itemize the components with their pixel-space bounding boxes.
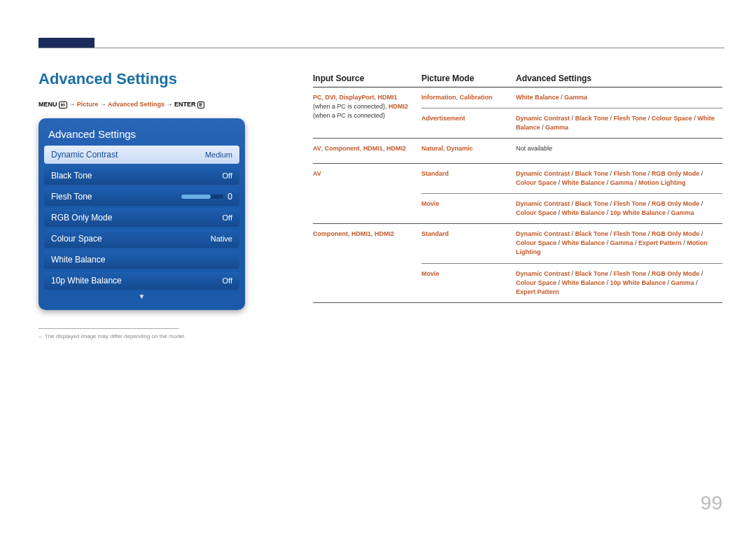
table-row: AVStandardDynamic Contrast / Black Tone … (313, 164, 722, 224)
osd-panel: Advanced Settings Dynamic ContrastMedium… (38, 118, 245, 310)
breadcrumb-menu: MENU (38, 101, 57, 108)
osd-row-colour-space[interactable]: Colour SpaceNative (44, 230, 239, 248)
breadcrumb-picture: Picture (77, 101, 99, 108)
cell-picture-mode: Advertisement (421, 114, 516, 132)
header-advanced-settings: Advanced Settings (516, 73, 722, 83)
header-input-source: Input Source (313, 73, 421, 83)
osd-row-rgb-only-mode[interactable]: RGB Only ModeOff (44, 209, 239, 227)
cell-advanced-settings: Dynamic Contrast / Black Tone / Flesh To… (516, 199, 722, 218)
cell-picture-mode: Movie (421, 269, 516, 297)
osd-row-label: Colour Space (51, 234, 102, 244)
osd-row-10p-white-balance[interactable]: 10p White BalanceOff (44, 272, 239, 290)
osd-panel-title: Advanced Settings (44, 125, 239, 146)
page-top-rule (38, 48, 724, 48)
osd-row-label: 10p White Balance (51, 276, 122, 286)
footnote-divider (38, 328, 178, 329)
breadcrumb-arrow: → (167, 101, 175, 108)
menu-icon: m (59, 101, 67, 108)
cell-input-source: Component, HDMI1, HDMI2 (313, 230, 421, 296)
cell-advanced-settings: White Balance / Gamma (516, 93, 722, 102)
osd-row-value: Native (211, 234, 232, 243)
cell-input-source: AV, Component, HDMI1, HDMI2 (313, 144, 421, 157)
osd-row-label: Flesh Tone (51, 192, 92, 202)
section-title: Advanced Settings (38, 70, 270, 88)
header-picture-mode: Picture Mode (421, 73, 516, 83)
table-row: Component, HDMI1, HDMI2StandardDynamic C… (313, 224, 722, 302)
cell-picture-mode: Information, Calibration (421, 93, 516, 102)
osd-row-black-tone[interactable]: Black ToneOff (44, 167, 239, 185)
osd-row-value: Off (223, 213, 232, 222)
cell-picture-mode: Standard (421, 230, 516, 257)
page-accent-bar (38, 38, 94, 48)
osd-row-flesh-tone[interactable]: Flesh Tone0 (44, 188, 239, 206)
cell-advanced-settings: Dynamic Contrast / Black Tone / Flesh To… (516, 230, 722, 257)
breadcrumb-arrow: → (100, 101, 108, 108)
osd-scroll-down-icon[interactable]: ▼ (44, 293, 239, 300)
breadcrumb-enter: ENTER (174, 101, 196, 108)
settings-table: Input Source Picture Mode Advanced Setti… (313, 73, 722, 303)
left-column: Advanced Settings MENUm → Picture → Adva… (38, 70, 270, 339)
breadcrumb-advanced: Advanced Settings (108, 101, 164, 108)
slider-track[interactable] (181, 195, 223, 199)
cell-advanced-settings: Dynamic Contrast / Black Tone / Flesh To… (516, 114, 722, 132)
cell-input-source: AV (313, 169, 421, 218)
cell-picture-mode: Movie (421, 199, 516, 218)
cell-input-source: PC, DVI, DisplayPort, HDMI1 (when a PC i… (313, 93, 421, 132)
cell-advanced-settings: Dynamic Contrast / Black Tone / Flesh To… (516, 269, 722, 297)
menu-breadcrumb: MENUm → Picture → Advanced Settings → EN… (38, 101, 270, 108)
cell-advanced-settings: Not available (516, 144, 722, 153)
osd-row-dynamic-contrast[interactable]: Dynamic ContrastMedium (44, 146, 239, 164)
osd-row-label: RGB Only Mode (51, 213, 112, 223)
cell-advanced-settings: Dynamic Contrast / Black Tone / Flesh To… (516, 169, 722, 188)
cell-picture-mode: Standard (421, 169, 516, 188)
table-row: AV, Component, HDMI1, HDMI2Natural, Dyna… (313, 139, 722, 164)
osd-row-label: Black Tone (51, 171, 92, 181)
osd-row-label: Dynamic Contrast (51, 150, 118, 160)
osd-row-value: Medium (205, 150, 232, 159)
footnote-text: – The displayed image may differ dependi… (38, 333, 270, 339)
enter-icon: E (197, 101, 205, 108)
table-row: PC, DVI, DisplayPort, HDMI1 (when a PC i… (313, 87, 722, 139)
breadcrumb-arrow: → (69, 101, 77, 108)
page-number: 99 (701, 492, 722, 514)
table-header-row: Input Source Picture Mode Advanced Setti… (313, 73, 722, 87)
osd-row-label: White Balance (51, 255, 105, 265)
osd-row-white-balance[interactable]: White Balance (44, 251, 239, 269)
cell-picture-mode: Natural, Dynamic (421, 144, 516, 153)
osd-row-value: Off (223, 171, 232, 180)
osd-row-value: Off (223, 276, 232, 285)
